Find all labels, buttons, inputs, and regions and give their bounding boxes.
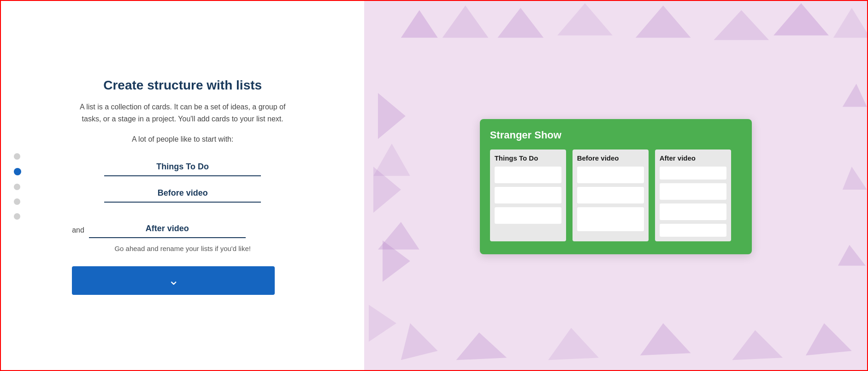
svg-marker-13 xyxy=(843,167,867,190)
svg-marker-11 xyxy=(369,305,396,342)
svg-marker-14 xyxy=(838,245,866,266)
and-row: and After video xyxy=(72,218,293,238)
list-header-2: Before video xyxy=(577,154,644,162)
svg-marker-9 xyxy=(373,167,401,213)
card-1-3 xyxy=(495,207,561,224)
card-2-3 xyxy=(577,207,644,231)
step-dot-3[interactable] xyxy=(14,184,20,190)
right-panel: Stranger Show Things To Do Before video … xyxy=(364,1,867,371)
step-dot-1[interactable] xyxy=(14,153,20,160)
lists-container: Things To Do Before video After video xyxy=(490,150,742,241)
suggestion-intro: A lot of people like to start with: xyxy=(72,135,293,144)
svg-marker-10 xyxy=(383,240,410,282)
chevron-down-icon: ⌄ xyxy=(168,274,179,287)
rename-hint: Go ahead and rename your lists if you'd … xyxy=(72,245,293,252)
list-suggestion-2: Before video xyxy=(104,183,261,203)
svg-marker-3 xyxy=(557,3,613,36)
svg-marker-18 xyxy=(640,323,691,356)
left-content: Create structure with lists A list is a … xyxy=(72,78,293,294)
svg-marker-19 xyxy=(732,330,783,360)
card-1-2 xyxy=(495,187,561,203)
svg-marker-21 xyxy=(373,144,410,176)
left-panel: Create structure with lists A list is a … xyxy=(1,1,364,371)
card-3-1 xyxy=(660,167,726,180)
svg-marker-8 xyxy=(378,93,406,139)
svg-marker-16 xyxy=(456,332,507,360)
card-2-1 xyxy=(577,167,644,183)
step-dot-4[interactable] xyxy=(14,198,20,205)
svg-marker-12 xyxy=(843,84,867,107)
stepper-dots xyxy=(14,153,21,220)
card-2-2 xyxy=(577,187,644,203)
step-dot-5[interactable] xyxy=(14,213,20,220)
description-text: A list is a collection of cards. It can … xyxy=(72,101,293,125)
board-title: Stranger Show xyxy=(490,129,742,141)
card-3-2 xyxy=(660,183,726,200)
svg-marker-7 xyxy=(833,8,867,38)
card-3-4 xyxy=(660,224,726,237)
list-column-1: Things To Do xyxy=(490,150,566,241)
list-column-2: Before video xyxy=(573,150,649,241)
svg-marker-6 xyxy=(774,3,829,36)
list-suggestion-1: Things To Do xyxy=(104,156,261,176)
page-title: Create structure with lists xyxy=(72,78,293,93)
list-suggestion-3: After video xyxy=(89,218,246,238)
svg-marker-0 xyxy=(401,10,438,38)
svg-marker-22 xyxy=(378,222,419,250)
svg-marker-20 xyxy=(806,323,852,356)
svg-marker-1 xyxy=(443,6,489,38)
step-dot-2[interactable] xyxy=(14,168,21,175)
svg-marker-4 xyxy=(636,6,691,38)
svg-marker-15 xyxy=(401,323,438,360)
svg-marker-17 xyxy=(548,328,599,360)
next-button[interactable]: ⌄ xyxy=(72,266,275,295)
svg-marker-2 xyxy=(498,8,544,38)
svg-marker-5 xyxy=(714,10,769,40)
list-header-1: Things To Do xyxy=(495,154,561,162)
list-header-3: After video xyxy=(660,154,726,162)
card-3-3 xyxy=(660,203,726,220)
list-column-3: After video xyxy=(655,150,731,241)
list-suggestions: Things To Do Before video xyxy=(72,156,293,209)
and-label: and xyxy=(72,226,84,238)
card-1-1 xyxy=(495,167,561,183)
board-preview: Stranger Show Things To Do Before video … xyxy=(480,119,752,254)
